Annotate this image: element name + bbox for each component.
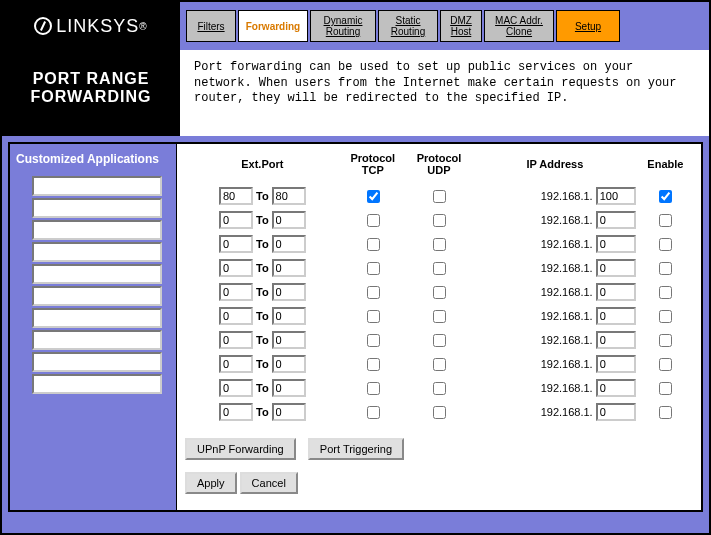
udp-checkbox[interactable] xyxy=(433,310,446,323)
port-from-input[interactable] xyxy=(219,259,253,277)
ip-prefix-label: 192.168.1. xyxy=(541,382,593,394)
table-row: To192.168.1. xyxy=(185,280,693,304)
port-from-input[interactable] xyxy=(219,331,253,349)
port-from-input[interactable] xyxy=(219,379,253,397)
port-to-input[interactable] xyxy=(272,211,306,229)
ip-prefix-label: 192.168.1. xyxy=(541,190,593,202)
ip-prefix-label: 192.168.1. xyxy=(541,334,593,346)
table-row: To192.168.1. xyxy=(185,400,693,424)
port-to-input[interactable] xyxy=(272,355,306,373)
tcp-checkbox[interactable] xyxy=(367,334,380,347)
table-row: To192.168.1. xyxy=(185,208,693,232)
udp-checkbox[interactable] xyxy=(433,286,446,299)
port-to-input[interactable] xyxy=(272,187,306,205)
tcp-checkbox[interactable] xyxy=(367,382,380,395)
tcp-checkbox[interactable] xyxy=(367,286,380,299)
udp-checkbox[interactable] xyxy=(433,406,446,419)
port-from-input[interactable] xyxy=(219,283,253,301)
upnp-forwarding-button[interactable]: UPnP Forwarding xyxy=(185,438,296,460)
ip-last-octet-input[interactable] xyxy=(596,331,636,349)
app-name-input[interactable] xyxy=(32,220,162,240)
enable-checkbox[interactable] xyxy=(659,310,672,323)
port-from-input[interactable] xyxy=(219,355,253,373)
app-name-input[interactable] xyxy=(32,176,162,196)
app-name-input[interactable] xyxy=(32,374,162,394)
apply-button[interactable]: Apply xyxy=(185,472,237,494)
app-name-input[interactable] xyxy=(32,264,162,284)
tcp-checkbox[interactable] xyxy=(367,358,380,371)
page-description: Port forwarding can be used to set up pu… xyxy=(180,50,709,136)
to-label: To xyxy=(256,262,269,274)
to-label: To xyxy=(256,286,269,298)
enable-checkbox[interactable] xyxy=(659,214,672,227)
tcp-checkbox[interactable] xyxy=(367,262,380,275)
udp-checkbox[interactable] xyxy=(433,334,446,347)
enable-checkbox[interactable] xyxy=(659,382,672,395)
ip-last-octet-input[interactable] xyxy=(596,283,636,301)
app-name-input[interactable] xyxy=(32,198,162,218)
udp-checkbox[interactable] xyxy=(433,214,446,227)
port-from-input[interactable] xyxy=(219,235,253,253)
forwarding-table-area: Ext.Port Protocol TCP Protocol UDP IP Ad… xyxy=(176,144,701,510)
port-to-input[interactable] xyxy=(272,235,306,253)
enable-checkbox[interactable] xyxy=(659,334,672,347)
port-to-input[interactable] xyxy=(272,259,306,277)
ip-last-octet-input[interactable] xyxy=(596,307,636,325)
app-name-input[interactable] xyxy=(32,308,162,328)
enable-checkbox[interactable] xyxy=(659,406,672,419)
port-to-input[interactable] xyxy=(272,307,306,325)
enable-checkbox[interactable] xyxy=(659,190,672,203)
tab-forwarding[interactable]: Forwarding xyxy=(238,10,308,42)
port-to-input[interactable] xyxy=(272,331,306,349)
port-to-input[interactable] xyxy=(272,379,306,397)
udp-checkbox[interactable] xyxy=(433,262,446,275)
port-from-input[interactable] xyxy=(219,403,253,421)
ip-last-octet-input[interactable] xyxy=(596,235,636,253)
tab-filters[interactable]: Filters xyxy=(186,10,236,42)
port-to-input[interactable] xyxy=(272,283,306,301)
port-from-input[interactable] xyxy=(219,211,253,229)
ip-prefix-label: 192.168.1. xyxy=(541,286,593,298)
app-name-input[interactable] xyxy=(32,352,162,372)
ip-last-octet-input[interactable] xyxy=(596,355,636,373)
enable-checkbox[interactable] xyxy=(659,262,672,275)
tcp-checkbox[interactable] xyxy=(367,406,380,419)
ip-last-octet-input[interactable] xyxy=(596,403,636,421)
ip-last-octet-input[interactable] xyxy=(596,187,636,205)
udp-checkbox[interactable] xyxy=(433,382,446,395)
udp-checkbox[interactable] xyxy=(433,358,446,371)
ip-last-octet-input[interactable] xyxy=(596,259,636,277)
port-to-input[interactable] xyxy=(272,403,306,421)
header-row: PORT RANGE FORWARDING Port forwarding ca… xyxy=(2,50,709,136)
tab-static-routing[interactable]: StaticRouting xyxy=(378,10,438,42)
tab-setup[interactable]: Setup xyxy=(556,10,620,42)
port-triggering-button[interactable]: Port Triggering xyxy=(308,438,404,460)
tcp-checkbox[interactable] xyxy=(367,238,380,251)
to-label: To xyxy=(256,334,269,346)
tab-dynamic-routing[interactable]: DynamicRouting xyxy=(310,10,376,42)
enable-checkbox[interactable] xyxy=(659,238,672,251)
udp-checkbox[interactable] xyxy=(433,190,446,203)
ip-last-octet-input[interactable] xyxy=(596,211,636,229)
ip-last-octet-input[interactable] xyxy=(596,379,636,397)
port-from-input[interactable] xyxy=(219,307,253,325)
enable-checkbox[interactable] xyxy=(659,286,672,299)
app-name-input[interactable] xyxy=(32,286,162,306)
table-row: To192.168.1. xyxy=(185,352,693,376)
app-name-input[interactable] xyxy=(32,242,162,262)
table-row: To192.168.1. xyxy=(185,184,693,208)
cancel-button[interactable]: Cancel xyxy=(240,472,298,494)
enable-checkbox[interactable] xyxy=(659,358,672,371)
logo-text: LINKSYS xyxy=(56,16,139,37)
col-udp: Protocol UDP xyxy=(406,150,472,184)
tab-dmz-host[interactable]: DMZHost xyxy=(440,10,482,42)
tcp-checkbox[interactable] xyxy=(367,310,380,323)
tcp-checkbox[interactable] xyxy=(367,214,380,227)
tab-mac-clone[interactable]: MAC Addr.Clone xyxy=(484,10,554,42)
tcp-checkbox[interactable] xyxy=(367,190,380,203)
udp-checkbox[interactable] xyxy=(433,238,446,251)
port-from-input[interactable] xyxy=(219,187,253,205)
app-name-input[interactable] xyxy=(32,330,162,350)
page-title: PORT RANGE FORWARDING xyxy=(2,50,180,136)
ip-prefix-label: 192.168.1. xyxy=(541,262,593,274)
